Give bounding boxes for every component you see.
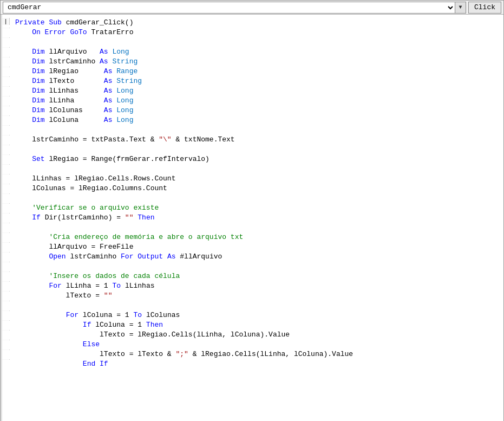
code-line: [2, 164, 503, 174]
code-line: On Error GoTo TratarErro: [2, 28, 503, 37]
line-gutter: [2, 135, 10, 135]
code-line: lColunas = lRegiao.Columns.Count: [2, 184, 503, 193]
line-gutter: [2, 281, 10, 282]
code-line: lTexto = lRegiao.Cells(lLinha, lColuna).…: [2, 330, 503, 340]
line-gutter: [2, 115, 10, 116]
code-line: 'Verificar se o arquivo existe: [2, 203, 503, 213]
code-text: lTexto = lRegiao.Cells(lLinha, lColuna).…: [10, 330, 290, 340]
code-line: [2, 37, 503, 47]
code-text: Else: [10, 340, 100, 349]
code-line: [2, 223, 503, 232]
code-text: Dim llArquivo As Long: [10, 47, 129, 57]
code-line: For lLinha = 1 To lLinhas: [2, 281, 503, 291]
code-line: [2, 125, 503, 135]
line-gutter: [2, 67, 10, 67]
line-gutter: [2, 76, 10, 77]
code-text: 'Insere os dados de cada célula: [10, 271, 180, 281]
line-gutter: [2, 193, 10, 194]
code-line: Dim lstrCaminho As String: [2, 57, 503, 67]
code-text: On Error GoTo TratarErro: [10, 28, 133, 37]
code-text: [10, 262, 19, 271]
line-gutter: [2, 223, 10, 223]
line-gutter: [2, 106, 10, 106]
code-text: [10, 37, 19, 47]
code-text: Dim lLinha As Long: [10, 96, 133, 106]
code-text: Dim lColuna As Long: [10, 115, 133, 125]
code-text: For lColuna = 1 To lColunas: [10, 310, 180, 320]
code-line: [2, 193, 503, 203]
code-line: 'Insere os dados de cada célula: [2, 271, 503, 281]
line-gutter: [2, 320, 10, 321]
line-gutter: [2, 125, 10, 126]
vbe-editor: cmdGerar ▼ Click | Private Sub cmdGerar_…: [0, 0, 504, 421]
procedure-dropdown[interactable]: cmdGerar: [3, 2, 455, 14]
code-line: | Private Sub cmdGerar_Click(): [2, 18, 503, 28]
line-gutter: [2, 28, 10, 28]
code-line: llArquivo = FreeFile: [2, 242, 503, 252]
code-text: Open lstrCaminho For Output As #llArquiv…: [10, 252, 222, 262]
code-text: Dim lColunas As Long: [10, 106, 133, 115]
code-text: Dim lstrCaminho As String: [10, 57, 138, 67]
code-line: Open lstrCaminho For Output As #llArquiv…: [2, 252, 503, 262]
code-line: 'Cria endereço de memória e abre o arqui…: [2, 232, 503, 242]
line-gutter: [2, 330, 10, 331]
line-gutter: [2, 232, 10, 233]
line-gutter: [2, 359, 10, 360]
line-gutter: [2, 184, 10, 184]
code-text: 'Verificar se o arquivo existe: [10, 203, 159, 213]
line-gutter: [2, 252, 10, 252]
line-gutter: [2, 57, 10, 57]
line-gutter: [2, 47, 10, 48]
line-gutter: [2, 174, 10, 174]
line-gutter: [2, 86, 10, 87]
code-line: Dim lTexto As String: [2, 76, 503, 86]
code-line: Dim lLinha As Long: [2, 96, 503, 106]
code-line: Dim lRegiao As Range: [2, 67, 503, 76]
code-line: If Dir(lstrCaminho) = "" Then: [2, 213, 503, 223]
line-gutter: [2, 213, 10, 213]
code-text: Dim lLinhas As Long: [10, 86, 133, 96]
code-text: lLinhas = lRegiao.Cells.Rows.Count: [10, 174, 175, 184]
dropdown-arrow-icon[interactable]: ▼: [455, 2, 466, 14]
code-line: Else: [2, 340, 503, 349]
line-gutter: [2, 96, 10, 96]
line-gutter: [2, 291, 10, 292]
code-text: llArquivo = FreeFile: [10, 242, 133, 252]
line-gutter: [2, 340, 10, 340]
code-text: lstrCaminho = txtPasta.Text & "\" & txtN…: [10, 135, 235, 145]
code-text: lColunas = lRegiao.Columns.Count: [10, 184, 167, 193]
code-line: Dim lColunas As Long: [2, 106, 503, 115]
code-line: [2, 262, 503, 271]
code-line: End If: [2, 359, 503, 369]
line-gutter: [2, 242, 10, 243]
code-text: lTexto = "": [10, 291, 112, 301]
code-line: Dim lColuna As Long: [2, 115, 503, 125]
code-text: [10, 164, 19, 174]
code-text: Dim lTexto As String: [10, 76, 142, 86]
code-editor: | Private Sub cmdGerar_Click() On Error …: [1, 15, 503, 421]
code-line: Set lRegiao = Range(frmGerar.refInterval…: [2, 154, 503, 164]
code-line: lstrCaminho = txtPasta.Text & "\" & txtN…: [2, 135, 503, 145]
click-button[interactable]: Click: [468, 2, 501, 14]
code-text: 'Cria endereço de memória e abre o arqui…: [10, 232, 243, 242]
code-line: lTexto = lTexto & ";" & lRegiao.Cells(lL…: [2, 349, 503, 359]
code-text: Dim lRegiao As Range: [10, 67, 138, 76]
code-text: End If: [10, 359, 108, 369]
code-text: lTexto = lTexto & ";" & lRegiao.Cells(lL…: [10, 349, 353, 359]
line-gutter: [2, 271, 10, 272]
code-line: For lColuna = 1 To lColunas: [2, 310, 503, 320]
line-gutter: [2, 37, 10, 38]
code-text: [10, 125, 19, 135]
code-text: If Dir(lstrCaminho) = "" Then: [10, 213, 155, 223]
line-gutter: [2, 164, 10, 165]
line-gutter: [2, 301, 10, 301]
code-text: For lLinha = 1 To lLinhas: [10, 281, 154, 291]
toolbar: cmdGerar ▼ Click: [1, 1, 503, 15]
code-text: Private Sub cmdGerar_Click(): [10, 18, 133, 28]
code-text: [10, 223, 19, 232]
code-line: Dim llArquivo As Long: [2, 47, 503, 57]
line-gutter: [2, 349, 10, 350]
line-gutter: [2, 154, 10, 155]
code-text: [10, 145, 19, 154]
code-text: [10, 301, 19, 310]
